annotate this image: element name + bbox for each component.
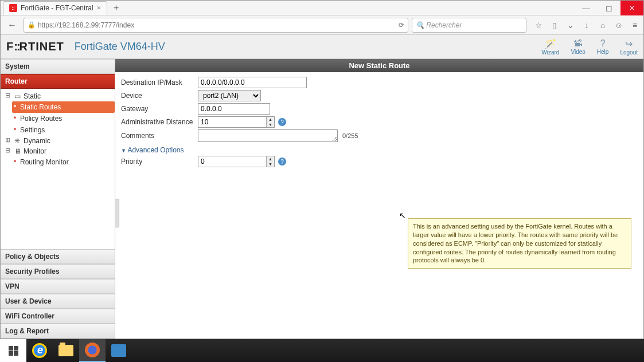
close-tab-icon[interactable]: × bbox=[97, 4, 101, 12]
browser-titlebar: FortiGate - FGT-Central × + — ◻ × bbox=[1, 1, 643, 15]
sidebar-section-system[interactable]: System bbox=[1, 59, 115, 74]
browser-tab[interactable]: FortiGate - FGT-Central × bbox=[3, 1, 107, 15]
downloads-icon[interactable]: ↓ bbox=[581, 21, 592, 30]
sidebar-item-monitor[interactable]: 🖥Monitor bbox=[4, 146, 115, 156]
logout-button[interactable]: ↪Logout bbox=[620, 38, 638, 56]
admin-dist-up[interactable]: ▲ bbox=[266, 117, 274, 122]
sidebar-section-router[interactable]: Router bbox=[1, 74, 115, 89]
browser-navbar: ← 🔒 https://192.168.2.99:7777/index ⟳ 🔍 … bbox=[1, 15, 643, 35]
url-bar[interactable]: 🔒 https://192.168.2.99:7777/index ⟳ bbox=[24, 18, 408, 33]
sidebar-item-routing-monitor[interactable]: Routing Monitor bbox=[12, 156, 115, 168]
priority-input[interactable] bbox=[198, 156, 275, 167]
advanced-options-toggle[interactable]: Advanced Options bbox=[121, 144, 638, 154]
dest-ip-input[interactable] bbox=[198, 77, 307, 88]
taskbar-server-manager[interactable] bbox=[106, 339, 132, 362]
priority-up[interactable]: ▲ bbox=[266, 156, 274, 162]
comments-counter: 0/255 bbox=[342, 132, 358, 139]
wizard-icon: 🪄 bbox=[545, 38, 556, 49]
label-device: Device bbox=[121, 92, 198, 100]
priority-tooltip: This is an advanced setting used by the … bbox=[408, 218, 631, 269]
taskbar bbox=[0, 339, 644, 362]
sidebar-section-security[interactable]: Security Profiles bbox=[1, 264, 115, 279]
sidebar-item-static-routes[interactable]: Static Routes bbox=[12, 101, 115, 113]
admin-distance-input[interactable] bbox=[198, 116, 275, 128]
hello-icon[interactable]: ☺ bbox=[614, 21, 624, 30]
sidebar-section-wifi[interactable]: WiFi Controller bbox=[1, 309, 115, 324]
minimize-button[interactable]: — bbox=[575, 1, 598, 15]
taskbar-ie[interactable] bbox=[26, 339, 53, 362]
video-icon: 📽 bbox=[573, 38, 583, 49]
label-comments: Comments bbox=[121, 132, 198, 140]
panel-title: New Static Route bbox=[115, 59, 643, 72]
priority-down[interactable]: ▼ bbox=[266, 162, 274, 167]
tab-title: FortiGate - FGT-Central bbox=[21, 4, 93, 12]
reload-icon[interactable]: ⟳ bbox=[399, 21, 404, 29]
label-gateway: Gateway bbox=[121, 105, 198, 113]
search-placeholder: Rechercher bbox=[426, 21, 462, 29]
sidebar-item-policy-routes[interactable]: Policy Routes bbox=[12, 113, 115, 124]
taskbar-explorer[interactable] bbox=[53, 339, 79, 362]
new-tab-button[interactable]: + bbox=[110, 1, 123, 15]
label-priority: Priority bbox=[121, 158, 198, 166]
lock-icon: 🔒 bbox=[28, 21, 36, 29]
static-icon: ▭ bbox=[14, 92, 22, 100]
logout-icon: ↪ bbox=[625, 38, 633, 49]
sidebar-section-log[interactable]: Log & Report bbox=[1, 324, 115, 339]
wizard-button[interactable]: 🪄Wizard bbox=[541, 38, 559, 56]
back-button[interactable]: ← bbox=[4, 17, 20, 33]
model-name: FortiGate VM64-HV bbox=[75, 41, 165, 53]
admin-dist-help-icon[interactable]: ? bbox=[278, 118, 286, 126]
app-header: F::RTINET FortiGate VM64-HV 🪄Wizard 📽Vid… bbox=[1, 35, 643, 59]
fortigate-favicon bbox=[9, 4, 17, 12]
sidebar-section-vpn[interactable]: VPN bbox=[1, 279, 115, 294]
help-icon: ? bbox=[600, 38, 606, 49]
sidebar-section-policy[interactable]: Policy & Objects bbox=[1, 249, 115, 264]
monitor-icon: 🖥 bbox=[14, 147, 22, 155]
sidebar-item-static[interactable]: ▭Static bbox=[4, 91, 115, 101]
content-panel: New Static Route Destination IP/Mask Dev… bbox=[115, 59, 643, 339]
admin-dist-down[interactable]: ▼ bbox=[266, 122, 274, 127]
dynamic-icon: ✳ bbox=[14, 137, 22, 145]
sidebar-item-settings[interactable]: Settings bbox=[12, 124, 115, 136]
help-button[interactable]: ?Help bbox=[597, 38, 609, 56]
maximize-button[interactable]: ◻ bbox=[598, 1, 620, 15]
device-select[interactable]: port2 (LAN) bbox=[198, 90, 261, 101]
priority-help-icon[interactable]: ? bbox=[278, 158, 286, 166]
sidebar: System Router ▭Static Static Routes Poli… bbox=[1, 59, 115, 339]
sidebar-item-dynamic[interactable]: ✳Dynamic bbox=[4, 136, 115, 146]
comments-input[interactable] bbox=[198, 129, 338, 142]
video-button[interactable]: 📽Video bbox=[571, 38, 585, 56]
pocket-icon[interactable]: ⌄ bbox=[565, 21, 576, 30]
library-icon[interactable]: ▯ bbox=[549, 21, 560, 30]
gateway-input[interactable] bbox=[198, 103, 270, 115]
cursor-icon: ↖ bbox=[399, 211, 406, 220]
sidebar-section-user[interactable]: User & Device bbox=[1, 294, 115, 309]
close-window-button[interactable]: × bbox=[620, 1, 643, 15]
home-icon[interactable]: ⌂ bbox=[598, 21, 608, 30]
start-button[interactable] bbox=[0, 339, 26, 362]
fortinet-logo: F::RTINET bbox=[6, 40, 64, 53]
label-dest: Destination IP/Mask bbox=[121, 78, 198, 86]
label-admin-dist: Administrative Distance bbox=[121, 118, 198, 126]
search-bar[interactable]: 🔍 Rechercher bbox=[412, 18, 526, 33]
url-text: https://192.168.2.99:7777/index bbox=[38, 21, 134, 29]
bookmark-star-icon[interactable]: ☆ bbox=[533, 21, 544, 30]
search-icon: 🔍 bbox=[416, 21, 424, 29]
taskbar-firefox[interactable] bbox=[79, 339, 106, 362]
menu-icon[interactable]: ≡ bbox=[630, 21, 640, 30]
